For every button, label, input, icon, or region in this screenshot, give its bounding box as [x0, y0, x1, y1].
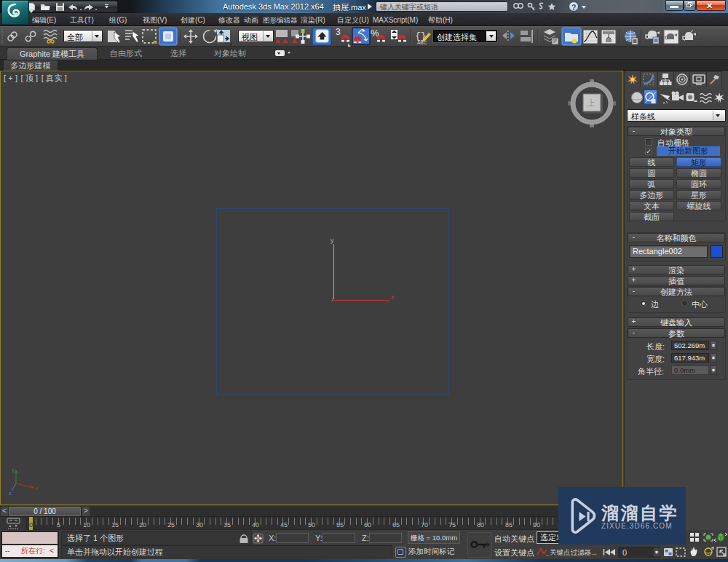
svg-text:z: z: [9, 490, 12, 496]
svg-text:y: y: [12, 467, 15, 473]
svg-text:ABC: ABC: [417, 40, 427, 45]
svg-text:上: 上: [587, 98, 596, 107]
svg-text:x: x: [35, 485, 38, 491]
svg-text:3: 3: [336, 27, 341, 37]
